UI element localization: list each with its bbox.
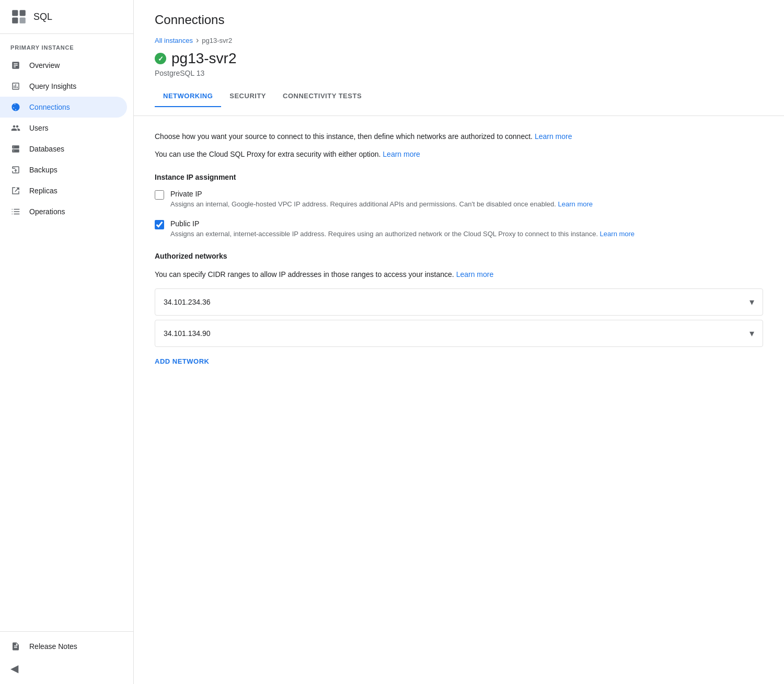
breadcrumb-separator: › <box>196 36 199 45</box>
authorized-networks-title: Authorized networks <box>155 252 763 260</box>
private-ip-label: Private IP <box>170 190 593 198</box>
chevron-down-icon-1: ▾ <box>750 296 754 308</box>
public-ip-desc: Assigns an external, internet-accessible… <box>170 229 635 239</box>
tab-networking[interactable]: NETWORKING <box>155 86 221 107</box>
breadcrumb-current: pg13-svr2 <box>202 37 232 44</box>
sidebar-item-databases[interactable]: Databases <box>0 138 127 159</box>
authorized-networks-link[interactable]: Learn more <box>456 270 494 279</box>
chevron-down-icon-2: ▾ <box>750 328 754 339</box>
networking-content: Choose how you want your source to conne… <box>134 116 784 386</box>
sidebar-item-overview-label: Overview <box>29 61 117 69</box>
instance-name: pg13-svr2 <box>171 50 237 67</box>
sidebar-collapse-button[interactable]: ◀ <box>0 657 133 680</box>
overview-icon <box>10 60 21 71</box>
tab-security[interactable]: SECURITY <box>221 86 274 107</box>
sidebar-item-query-insights[interactable]: Query Insights <box>0 76 127 97</box>
operations-icon <box>10 206 21 217</box>
sidebar-item-connections[interactable]: Connections <box>0 97 127 118</box>
sidebar-item-release-notes-label: Release Notes <box>29 642 117 651</box>
description-2: You can use the Cloud SQL Proxy for extr… <box>155 148 763 160</box>
main-content: Connections All instances › pg13-svr2 pg… <box>134 0 784 684</box>
replicas-icon <box>10 186 21 196</box>
networks-list: 34.101.234.36 ▾ 34.101.134.90 ▾ <box>155 288 763 347</box>
public-ip-item: Public IP Assigns an external, internet-… <box>155 219 763 239</box>
databases-icon <box>10 144 21 154</box>
tabs: NETWORKING SECURITY CONNECTIVITY TESTS <box>155 86 763 107</box>
sidebar-item-connections-label: Connections <box>29 103 117 111</box>
network-ip-2: 34.101.134.90 <box>164 329 211 338</box>
authorized-networks-desc: You can specify CIDR ranges to allow IP … <box>155 269 763 280</box>
private-ip-item: Private IP Assigns an internal, Google-h… <box>155 190 763 210</box>
sidebar-item-operations[interactable]: Operations <box>0 201 127 222</box>
sidebar-header: SQL <box>0 0 133 34</box>
sidebar-item-replicas[interactable]: Replicas <box>0 180 127 201</box>
network-entry-2[interactable]: 34.101.134.90 ▾ <box>155 320 763 347</box>
sidebar-item-replicas-label: Replicas <box>29 187 117 195</box>
sidebar-item-users-label: Users <box>29 124 117 132</box>
users-icon <box>10 123 21 133</box>
breadcrumb-all-instances[interactable]: All instances <box>155 37 193 44</box>
ip-assignment-title: Instance IP assignment <box>155 173 763 181</box>
description-1: Choose how you want your source to conne… <box>155 131 763 142</box>
public-ip-link[interactable]: Learn more <box>600 230 635 238</box>
private-ip-desc: Assigns an internal, Google-hosted VPC I… <box>170 199 593 210</box>
sql-logo-icon <box>10 8 27 25</box>
public-ip-label: Public IP <box>170 219 635 228</box>
private-ip-checkbox[interactable] <box>155 190 164 200</box>
breadcrumb: All instances › pg13-svr2 <box>155 36 763 45</box>
instance-status-icon <box>155 53 166 64</box>
sidebar-bottom: Release Notes ◀ <box>0 631 133 684</box>
instance-version: PostgreSQL 13 <box>155 69 763 77</box>
sidebar-item-databases-label: Databases <box>29 145 117 153</box>
description-1-link[interactable]: Learn more <box>535 132 572 141</box>
public-ip-content: Public IP Assigns an external, internet-… <box>170 219 635 239</box>
instance-title-row: pg13-svr2 <box>155 50 763 67</box>
sidebar-item-backups-label: Backups <box>29 166 117 174</box>
main-header: Connections All instances › pg13-svr2 pg… <box>134 0 784 116</box>
svg-rect-2 <box>12 18 18 24</box>
sidebar-item-query-insights-label: Query Insights <box>29 82 117 90</box>
svg-rect-1 <box>20 10 26 16</box>
insights-icon <box>10 81 21 91</box>
public-ip-checkbox[interactable] <box>155 220 164 229</box>
backups-icon <box>10 165 21 175</box>
sidebar: SQL PRIMARY INSTANCE Overview Query Insi… <box>0 0 134 684</box>
app-title: SQL <box>33 11 52 22</box>
private-ip-link[interactable]: Learn more <box>558 200 593 208</box>
svg-rect-0 <box>12 10 18 16</box>
network-entry-1[interactable]: 34.101.234.36 ▾ <box>155 288 763 316</box>
page-title: Connections <box>155 13 763 27</box>
sidebar-item-release-notes[interactable]: Release Notes <box>0 636 127 657</box>
add-network-button[interactable]: ADD NETWORK <box>155 351 209 372</box>
sidebar-item-operations-label: Operations <box>29 207 117 216</box>
private-ip-content: Private IP Assigns an internal, Google-h… <box>170 190 593 210</box>
sidebar-item-backups[interactable]: Backups <box>0 159 127 180</box>
description-2-link[interactable]: Learn more <box>383 150 420 158</box>
sidebar-section-label: PRIMARY INSTANCE <box>0 34 133 55</box>
network-ip-1: 34.101.234.36 <box>164 298 211 306</box>
sidebar-item-users[interactable]: Users <box>0 118 127 138</box>
release-notes-icon <box>10 641 21 652</box>
tab-connectivity-tests[interactable]: CONNECTIVITY TESTS <box>274 86 370 107</box>
connections-icon <box>10 102 21 112</box>
sidebar-item-overview[interactable]: Overview <box>0 55 127 76</box>
collapse-icon: ◀ <box>10 662 18 675</box>
svg-rect-3 <box>20 18 26 24</box>
